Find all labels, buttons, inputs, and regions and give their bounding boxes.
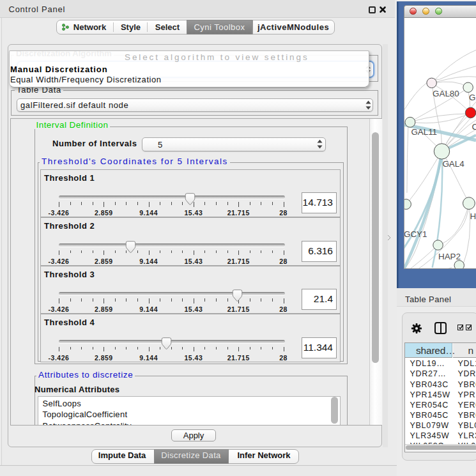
svg-text:GAL80: GAL80 <box>433 88 459 98</box>
svg-text:G: G <box>469 93 475 102</box>
svg-text:GAL4: GAL4 <box>442 159 464 169</box>
svg-text:H: H <box>470 211 476 221</box>
svg-text:GAL11: GAL11 <box>411 127 437 137</box>
svg-text:GCY1: GCY1 <box>404 229 427 239</box>
svg-text:C: C <box>472 121 476 131</box>
svg-text:HAP2: HAP2 <box>438 251 461 261</box>
